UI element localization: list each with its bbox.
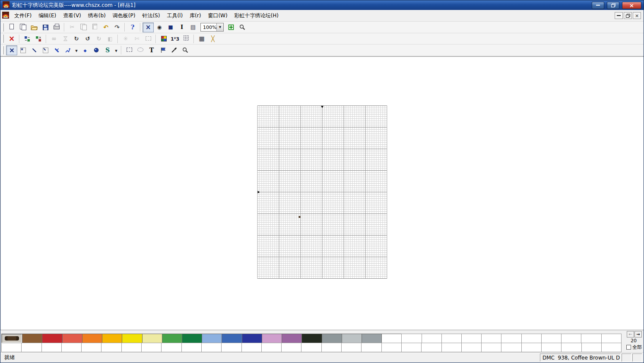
view-symbols-button[interactable]: ◉	[154, 22, 165, 32]
highlight-button[interactable]	[181, 34, 192, 44]
quarter-stitch-button[interactable]	[40, 45, 51, 55]
palette-swatch-empty[interactable]	[161, 343, 181, 352]
eyedropper-button[interactable]	[168, 45, 180, 55]
new-button[interactable]	[6, 22, 17, 32]
find-next-button[interactable]	[60, 34, 71, 44]
palette-swatch[interactable]	[322, 334, 342, 343]
ellipse-select-button[interactable]	[135, 45, 146, 55]
palette-swatch[interactable]	[222, 334, 242, 343]
palette-swatch[interactable]	[122, 334, 142, 343]
copy-button[interactable]	[78, 22, 89, 32]
palette-swatch-empty[interactable]	[321, 343, 342, 352]
menu-item-edit[interactable]: 编辑(E)	[35, 10, 60, 21]
find-button[interactable]: ∞	[48, 34, 60, 44]
view-info-button[interactable]: ▤	[187, 22, 199, 32]
rect-select-button[interactable]	[124, 45, 135, 55]
menu-item-tools[interactable]: 工具(l)	[163, 10, 186, 21]
full-stitch-button[interactable]	[6, 45, 17, 55]
replace-color-button[interactable]	[33, 34, 44, 44]
palette-swatch[interactable]	[362, 334, 382, 343]
menu-item-window[interactable]: 窗口(W)	[204, 10, 231, 21]
minimize-button[interactable]	[592, 2, 604, 9]
print-button[interactable]	[51, 22, 62, 32]
pattern-effect-button[interactable]: ✳	[120, 34, 131, 44]
close-button[interactable]: ×	[622, 2, 641, 9]
palette-swatch[interactable]	[162, 334, 182, 343]
palette-swatch-empty[interactable]	[601, 334, 622, 343]
swap-colors-button[interactable]	[22, 34, 33, 44]
backstitch-dropdown[interactable]: ▼	[73, 45, 79, 55]
palette-swatch-empty[interactable]	[422, 334, 442, 343]
palette-swatch-empty[interactable]	[541, 343, 562, 352]
rotate-free-button[interactable]: ↻	[93, 34, 105, 44]
bead-button[interactable]	[91, 45, 102, 55]
fit-window-button[interactable]	[225, 22, 237, 32]
cut-button[interactable]: ✂	[67, 22, 78, 32]
special-stitch-dropdown[interactable]: ▼	[113, 45, 119, 55]
palette-swatch-empty[interactable]	[481, 343, 501, 352]
paste-button[interactable]	[89, 22, 100, 32]
design-canvas[interactable]	[0, 56, 644, 330]
rotate-ccw-button[interactable]: ↺	[82, 34, 93, 44]
palette-swatch-empty[interactable]	[481, 334, 501, 343]
palette-swatch-empty[interactable]	[361, 343, 381, 352]
show-stitches-button[interactable]: ╳	[207, 34, 219, 44]
palette-swatch[interactable]	[142, 334, 162, 343]
petite-stitch-button[interactable]	[17, 45, 29, 55]
palette-swatch-empty[interactable]	[601, 343, 622, 352]
fill-button[interactable]	[157, 45, 168, 55]
text-button[interactable]: T	[146, 45, 157, 55]
special-stitch-button[interactable]: S	[102, 45, 113, 55]
rotate-cw-button[interactable]: ↻	[71, 34, 82, 44]
palette-swatch[interactable]	[22, 334, 42, 343]
french-knot-button[interactable]: ◆	[79, 45, 91, 55]
three-quarter-stitch-button[interactable]	[51, 45, 62, 55]
palette-swatch-empty[interactable]	[521, 343, 542, 352]
palette-swatch-empty[interactable]	[261, 343, 282, 352]
palette-swatch-empty[interactable]	[101, 343, 121, 352]
palette-swatch-empty[interactable]	[61, 343, 82, 352]
mirror-button[interactable]: ◧	[105, 34, 116, 44]
palette-swatch-empty[interactable]	[461, 334, 482, 343]
zoom-combobox[interactable]: 100%▼	[200, 23, 224, 32]
mdi-close-button[interactable]: ×	[633, 12, 641, 19]
stitch-numbers-button[interactable]: 1²3	[169, 34, 181, 44]
palette-swatch-empty[interactable]	[461, 343, 482, 352]
help-button[interactable]: ?	[127, 22, 138, 32]
menu-item-help[interactable]: 彩虹十字绣论坛(H)	[231, 10, 282, 21]
menu-item-fabric[interactable]: 绣布(b)	[85, 10, 109, 21]
menu-item-library[interactable]: 库(r)	[186, 10, 204, 21]
palette-swatch[interactable]	[301, 334, 322, 343]
palette-swatch-empty[interactable]	[381, 343, 402, 352]
view-solid-button[interactable]: ■	[165, 22, 176, 32]
grid-settings-button[interactable]: ▦	[196, 34, 207, 44]
palette-swatch-empty[interactable]	[401, 334, 422, 343]
palette-swatch-empty[interactable]	[341, 343, 362, 352]
palette-swatch[interactable]	[262, 334, 282, 343]
toolbar-gripper[interactable]	[2, 23, 4, 32]
delete-color-button[interactable]: ×	[6, 34, 17, 44]
toolbar-gripper[interactable]	[2, 35, 4, 43]
duplicate-button[interactable]	[17, 22, 29, 32]
palette-swatch-empty[interactable]	[221, 343, 241, 352]
palette-swatch-empty[interactable]	[541, 334, 562, 343]
palette-swatch-empty[interactable]	[181, 343, 202, 352]
palette-swatch-empty[interactable]	[421, 343, 441, 352]
pattern-grid[interactable]	[257, 105, 387, 279]
mdi-minimize-button[interactable]	[615, 12, 623, 19]
palette-swatch[interactable]	[42, 334, 62, 343]
toolbar-gripper[interactable]	[2, 46, 4, 54]
palette-swatch-empty[interactable]	[21, 343, 41, 352]
palette-swatch-empty[interactable]	[401, 343, 422, 352]
palette-swatch-empty[interactable]	[281, 343, 301, 352]
redo-button[interactable]: ↷	[111, 22, 123, 32]
palette-button[interactable]	[158, 34, 169, 44]
palette-swatch[interactable]	[82, 334, 102, 343]
palette-swatch-empty[interactable]	[441, 334, 462, 343]
palette-swatch[interactable]	[202, 334, 222, 343]
palette-swatch-empty[interactable]	[561, 343, 581, 352]
stitch-ripper-button[interactable]: ✄	[131, 34, 143, 44]
palette-swatch[interactable]	[102, 334, 122, 343]
palette-swatch-empty[interactable]	[41, 343, 62, 352]
palette-swatch-selected[interactable]	[1, 334, 22, 343]
